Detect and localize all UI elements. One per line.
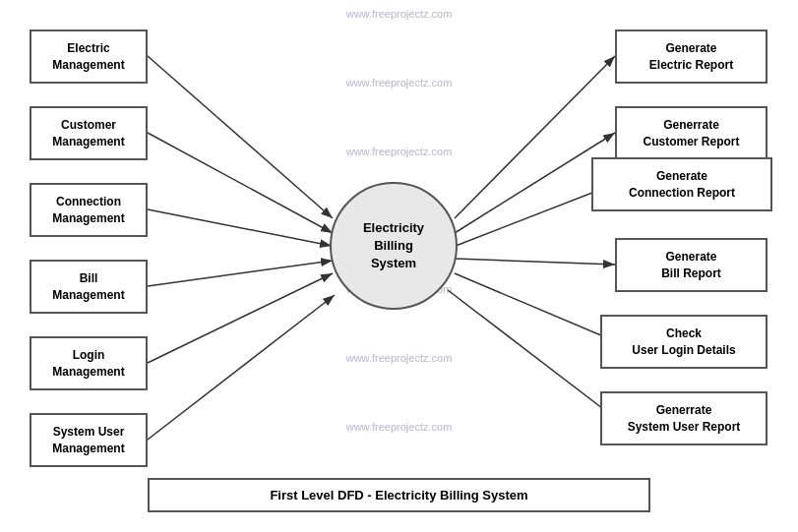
diagram-title: First Level DFD - Electricity Billing Sy…	[148, 478, 650, 512]
center-circle: ElectricityBillingSystem	[330, 182, 458, 310]
svg-line-3	[148, 133, 333, 233]
connection-management-box: ConnectionManagement	[30, 183, 148, 237]
generate-bill-report-box: GenerateBill Report	[615, 238, 767, 292]
svg-line-2	[148, 56, 333, 218]
system-user-management-box: System UserManagement	[30, 413, 148, 467]
svg-line-11	[456, 259, 615, 265]
svg-line-13	[448, 290, 615, 418]
login-management-box: LoginManagement	[30, 336, 148, 390]
check-user-login-box: CheckUser Login Details	[600, 315, 767, 369]
electric-management-box: Electric Management	[30, 30, 148, 84]
customer-management-box: CustomerManagement	[30, 106, 148, 160]
generate-electric-report-box: GenerateElectric Report	[615, 30, 767, 84]
diagram-container: www.freeprojectz.com www.freeprojectz.co…	[0, 0, 798, 532]
generate-system-user-report-box: GenerrateSystem User Report	[600, 391, 767, 445]
svg-line-12	[455, 273, 615, 341]
svg-line-7	[148, 295, 335, 440]
generate-customer-report-box: GenerrateCustomer Report	[615, 106, 767, 160]
generate-connection-report-box: GenerateConnection Report	[591, 157, 772, 211]
svg-line-5	[148, 261, 333, 286]
bill-management-box: BillManagement	[30, 260, 148, 314]
svg-line-4	[148, 209, 332, 246]
